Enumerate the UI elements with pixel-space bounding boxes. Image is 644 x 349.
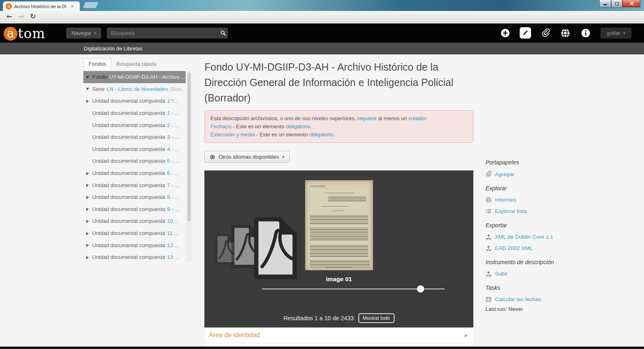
sidebar-link-label: Calcular las fechas [495, 296, 541, 302]
tree-item[interactable]: Unidad documental compuesta1 - ... [83, 107, 186, 119]
browser-titlebar: a Archivo Histórico de la Di × [0, 0, 644, 11]
tab-close-icon[interactable]: × [71, 3, 74, 9]
browser-tab[interactable]: a Archivo Histórico de la Di × [3, 1, 80, 11]
treeview-scrollbar[interactable] [187, 71, 191, 262]
back-icon[interactable]: ← [7, 12, 12, 20]
expand-icon[interactable]: ▶ [86, 183, 92, 187]
error-link[interactable]: creador [408, 115, 426, 121]
sidebar-link[interactable]: Calcular las fechas [486, 296, 567, 302]
tree-item[interactable]: ▶Unidad documental compuesta1°/... [83, 95, 186, 107]
scrollbar-thumb[interactable] [188, 73, 191, 221]
language-dropdown-button[interactable]: Otros idiomas disponibles ▾ [204, 151, 290, 163]
tree-item[interactable]: Unidad documental compuesta3 - ... [83, 131, 186, 143]
tree-item[interactable]: Unidad documental compuesta2 - ... [83, 119, 186, 131]
language-button[interactable] [560, 28, 570, 38]
tree-item-link[interactable]: 11 ... [167, 230, 178, 236]
identity-header: Área de identidad » [205, 327, 473, 343]
expand-icon[interactable]: ▶ [86, 171, 92, 175]
breadcrumb-label[interactable]: Digitalización de Libretas [84, 43, 143, 54]
tree-item-link[interactable]: 13 ... [167, 254, 179, 260]
sidebar-link[interactable]: Agregar [486, 171, 567, 177]
tree-item[interactable]: Unidad documental compuesta4 - ... [83, 143, 186, 155]
tree-item[interactable]: Unidad documental compuesta5 - ... [83, 155, 186, 167]
tree-item[interactable]: ▶Unidad documental compuesta9 - ... [83, 203, 186, 215]
tree-item[interactable]: ▼SerieLN - Libros de Novedades(Borr... [83, 83, 186, 95]
forward-icon[interactable]: → [18, 12, 24, 20]
upload-icon [486, 234, 492, 240]
tree-item[interactable]: ▶Unidad documental compuesta11 ... [83, 227, 186, 239]
error-link[interactable]: obligatorio [309, 131, 334, 138]
app-logo[interactable]: a tom [4, 26, 45, 41]
slider-handle[interactable] [417, 285, 424, 293]
search-input[interactable] [107, 28, 218, 39]
tree-item-link[interactable]: 5 - ... [167, 158, 179, 164]
tree-item-link[interactable]: 3 - ... [167, 134, 179, 140]
search-button[interactable] [218, 28, 228, 39]
app-header: a tom Navegar ▾ gvillar ▾ [0, 24, 644, 43]
tree-item-link[interactable]: 1 - ... [167, 110, 179, 116]
error-link[interactable]: requiere [357, 115, 377, 121]
expand-icon[interactable]: ▶ [86, 231, 92, 235]
tab-fondos[interactable]: Fondos [83, 58, 111, 70]
tree-item[interactable]: ▶Unidad documental compuesta6 - ... [83, 167, 186, 179]
error-link[interactable]: obligatorio [286, 123, 310, 129]
show-all-button[interactable]: Mostrat todo [358, 313, 395, 323]
tree-item-link[interactable]: UY-MI-DGIIP-D3-AH - Archivo ... [109, 74, 185, 80]
expand-icon[interactable]: ▶ [86, 207, 92, 211]
add-button[interactable] [500, 28, 510, 38]
tab-title: Archivo Histórico de la Di [14, 4, 69, 9]
browse-menu-button[interactable]: Navegar ▾ [66, 28, 101, 39]
sidebar-link[interactable]: EAD 2002 XML [486, 245, 567, 251]
document-thumbnail[interactable] [305, 180, 373, 270]
tree-item-link[interactable]: 8 - ... [167, 194, 179, 200]
error-line: Fecha(s) - Este es un elemento obligator… [210, 123, 467, 131]
close-button[interactable] [622, 0, 640, 7]
sidebar-link[interactable]: Explorar lista [486, 208, 567, 214]
expand-icon[interactable]: ▶ [86, 219, 92, 223]
expand-icon[interactable]: ▶ [86, 99, 92, 103]
tree-item-link[interactable]: 9 - ... [167, 206, 179, 212]
error-link[interactable]: Extensióin y medio [210, 131, 255, 138]
tree-item-level: Serie [92, 86, 104, 92]
error-link[interactable]: Fecha(s) [210, 123, 231, 129]
collapse-icon[interactable]: ▼ [86, 87, 92, 91]
tree-item-link[interactable]: 10 ... [167, 218, 179, 224]
sidebar-link[interactable]: Informes [486, 197, 567, 203]
tree-item[interactable]: ▶Unidad documental compuesta13 ... [83, 251, 186, 263]
tree-item-link[interactable]: 6 - ... [167, 170, 179, 176]
expand-section-icon[interactable]: » [464, 332, 467, 338]
plus-circle-icon [501, 28, 510, 38]
tree-item[interactable]: ▼FondoUY-MI-DGIIP-D3-AH - Archivo ... [83, 71, 186, 83]
sidebar-link[interactable]: Subir [486, 271, 567, 277]
tree-item[interactable]: ▶Unidad documental compuesta7 - ... [83, 179, 186, 191]
browse-label: Navegar [72, 30, 91, 36]
tree-item-link[interactable]: 4 - ... [167, 146, 179, 152]
tree-item[interactable]: ▶Unidad documental compuesta12 ... [83, 239, 186, 251]
tree-item[interactable]: ▶Unidad documental compuesta10 ... [83, 215, 186, 227]
tree-item-link[interactable]: 1°/... [167, 98, 178, 104]
sidebar-link[interactable]: XML de Dublin Core 1.1 [486, 234, 567, 240]
tree-item[interactable]: ▶Unidad documental compuesta8 - ... [83, 191, 186, 203]
tree-item-link[interactable]: 12 ... [167, 242, 179, 248]
error-text: . [334, 131, 335, 138]
reload-icon[interactable]: ↻ [30, 12, 36, 20]
user-menu-button[interactable]: gvillar ▾ [601, 28, 631, 39]
minimize-button[interactable] [599, 0, 611, 7]
error-text: . [310, 123, 312, 129]
clipboard-button[interactable] [541, 28, 551, 38]
edit-button[interactable] [520, 27, 531, 39]
tree-item-link[interactable]: 2 - ... [167, 122, 179, 128]
expand-icon[interactable]: ▶ [86, 243, 92, 247]
tree-item-link[interactable]: LN - Libros de Novedades [106, 86, 168, 92]
new-tab-button[interactable] [83, 2, 98, 8]
tab-busqueda-rapida[interactable]: Búsqueda rápida [111, 58, 161, 70]
maximize-button[interactable] [611, 0, 622, 7]
expand-icon[interactable]: ▶ [86, 255, 92, 259]
close-icon [629, 1, 634, 6]
collapse-icon[interactable]: ▼ [86, 75, 92, 79]
sidebar-heading: Instrumento de descripción [486, 259, 567, 265]
language-dropdown-label: Otros idiomas disponibles [219, 154, 279, 160]
info-button[interactable] [581, 28, 590, 38]
expand-icon[interactable]: ▶ [86, 195, 92, 199]
tree-item-link[interactable]: 7 - ... [167, 182, 179, 188]
